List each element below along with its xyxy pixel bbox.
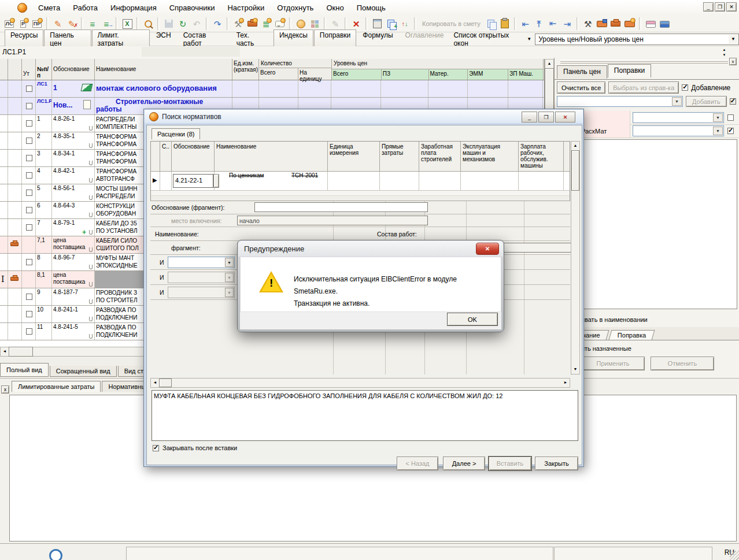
rates-column-header[interactable]: Единица измерения [328, 142, 380, 171]
table-row[interactable]: I ЛС1 1 + монтаж силового оборудования [0, 80, 544, 98]
add-button[interactable]: Добавить [686, 96, 727, 107]
scrollbar-thumb[interactable] [571, 150, 579, 191]
add-option-checkbox[interactable] [730, 98, 736, 105]
materials-blocks-icon[interactable] [308, 17, 322, 31]
rates-column-header[interactable]: Прямые затраты [380, 142, 419, 171]
row-checkbox[interactable] [26, 172, 32, 179]
taskbar-app-icon[interactable] [49, 549, 62, 560]
dialog-close-button[interactable]: ✕ [555, 112, 575, 123]
machines-truck-icon[interactable] [595, 17, 609, 31]
panel-splitter[interactable] [560, 60, 728, 64]
col-materials[interactable]: Матер. [429, 69, 468, 80]
col-pz[interactable]: ПЗ [382, 69, 429, 80]
chevron-down-icon[interactable]: ▼ [729, 35, 738, 44]
scroll-up-icon[interactable]: ▲ [571, 142, 579, 150]
col-emm[interactable]: ЭММ [468, 69, 508, 80]
rates-column-header[interactable]: Эксплуатация машин и механизмов [461, 142, 519, 171]
chevron-down-icon[interactable]: ▼ [672, 97, 682, 106]
paste-icon[interactable] [498, 17, 512, 31]
menu-item[interactable]: Настройки [221, 1, 271, 16]
row-checkbox[interactable] [26, 259, 32, 265]
name-condition-combobox[interactable]: ▼ [168, 287, 235, 298]
scroll-right-icon[interactable]: ► [561, 379, 570, 387]
right-panel-tab[interactable]: Поправки [608, 64, 651, 77]
col-price-level[interactable]: Уровень цен [332, 59, 543, 69]
chevron-down-icon[interactable]: ▼ [713, 113, 723, 122]
save-icon[interactable] [162, 17, 176, 31]
price-level-combobox[interactable]: Уровень цен/Новый уровень цен ▼ [535, 34, 739, 45]
back-button[interactable]: < Назад [397, 457, 438, 470]
row-checkbox[interactable] [26, 86, 32, 92]
col-zp-mash[interactable]: ЗП Маш. [508, 69, 543, 80]
next-button[interactable]: Далее > [443, 457, 485, 470]
close-button[interactable]: Закрыть [535, 457, 578, 470]
include-place-input[interactable]: начало [237, 216, 428, 225]
dialog-vertical-scrollbar[interactable]: ▲ ▼ [571, 141, 580, 374]
delete-document-icon[interactable]: ✎✗ [65, 17, 79, 31]
row-checkbox[interactable] [26, 103, 32, 109]
resources-list-icon[interactable]: ≣ [259, 17, 273, 31]
close-after-insert-checkbox[interactable] [153, 445, 159, 451]
menu-item[interactable]: Справочники [163, 1, 221, 16]
row-checkbox[interactable] [26, 207, 32, 213]
name-condition-combobox[interactable]: ▼ [168, 257, 235, 268]
ok-button[interactable]: OK [447, 313, 498, 326]
cancel-button[interactable]: Отменить [651, 357, 714, 370]
col-quantity[interactable]: Количество [259, 59, 331, 68]
window-maximize-button[interactable]: ❐ [715, 2, 725, 12]
bottom-panel-tab[interactable]: Лимитированные затраты [12, 381, 101, 392]
scroll-down-icon[interactable]: ▼ [571, 365, 579, 374]
rates-column-header[interactable]: Заработная плата строителей [419, 142, 461, 171]
dialog-maximize-button[interactable]: ❐ [538, 112, 554, 123]
row-checkbox[interactable] [26, 328, 32, 335]
window-close-button[interactable]: ✕ [726, 2, 737, 12]
norm-base-blue-icon[interactable] [657, 17, 671, 31]
menu-item[interactable]: Информация [104, 1, 163, 16]
undo-insert-icon[interactable]: ↷ [210, 17, 224, 31]
scroll-left-icon[interactable]: ◄ [151, 379, 159, 387]
tree-structure-icon[interactable]: ≡ [86, 17, 99, 31]
copy-icon[interactable] [484, 17, 498, 31]
materials-bricks-icon[interactable] [609, 17, 623, 31]
position-input[interactable] [142, 47, 240, 57]
undo-icon[interactable]: ↶ [190, 17, 204, 31]
menu-item[interactable]: Отдохнуть [271, 1, 320, 16]
add-document-icon[interactable]: + [384, 17, 398, 31]
supplier-icon[interactable] [294, 17, 308, 31]
chevron-down-icon[interactable]: ▼ [225, 258, 234, 267]
outdent-icon[interactable]: ⇥ [546, 17, 560, 31]
window-minimize-button[interactable]: _ [703, 2, 714, 12]
clear-all-button[interactable]: Очистить все [557, 81, 605, 94]
insert-button[interactable]: Вставить [489, 457, 531, 470]
taskbar-button[interactable] [554, 547, 712, 560]
scrollbar-thumb[interactable] [9, 347, 33, 357]
refresh-icon[interactable]: ↻ [176, 17, 190, 31]
indent-icon[interactable]: ⇥ [560, 17, 574, 31]
row-checkbox[interactable] [26, 311, 32, 317]
correction-value-combobox[interactable]: ▼ [633, 125, 724, 136]
col-justification[interactable]: Обоснование [52, 59, 95, 80]
new-subsection-button[interactable]: ПР [30, 17, 44, 31]
new-local-estimate-button[interactable]: ЛС [2, 17, 16, 31]
pick-from-reference-button[interactable]: Выбрать из справ-ка [608, 81, 679, 94]
warning-close-button[interactable]: ✕ [476, 243, 499, 255]
col-level-total[interactable]: Всего [332, 69, 382, 80]
resources-works-icon[interactable]: ⚒ [231, 17, 245, 31]
tree-move-icon[interactable]: ≡→ [99, 17, 113, 31]
justification-edit[interactable]: 4.21-22-1 [173, 174, 213, 188]
col-ut[interactable]: Ут [22, 59, 36, 80]
justification-fragment-input[interactable] [254, 202, 428, 212]
resources-comment-icon[interactable] [273, 17, 287, 31]
taskbar-button[interactable] [126, 547, 553, 560]
close-icon[interactable]: x [1, 385, 9, 394]
rates-column-header[interactable]: Обоснование [172, 142, 215, 171]
norm-base-pink-icon[interactable] [644, 17, 657, 31]
note-tab[interactable]: Поправка [608, 330, 655, 340]
menu-item[interactable]: Смета [32, 1, 66, 16]
calculator-icon[interactable] [370, 17, 384, 31]
row-checkbox[interactable] [26, 138, 32, 144]
row-checkbox[interactable] [26, 155, 32, 161]
selected-rate-description[interactable]: МУФТА КАБЕЛЬНАЯ КОНЦЕВАЯ БЕЗ ГИДРОФОБНОГ… [152, 390, 578, 441]
col-unit[interactable]: Ед.изм. (краткая) [232, 59, 259, 80]
scroll-up-icon[interactable]: ▲ [545, 60, 553, 68]
